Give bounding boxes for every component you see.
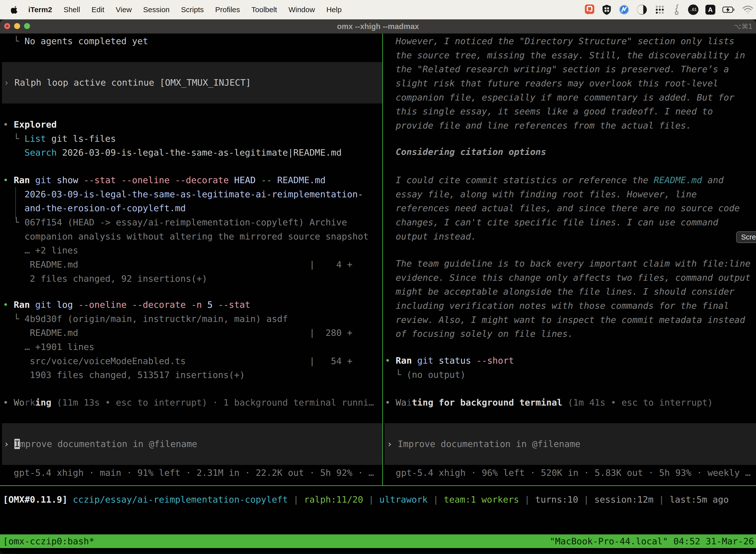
terminal-line: of focusing solely on file lines. (385, 327, 751, 341)
terminal-line: └ List git ls-files (3, 132, 341, 146)
terminal-line: the source tree, missing the essay. Stil… (385, 48, 745, 63)
hook-squiggle-icon[interactable] (672, 4, 681, 15)
terminal-line: • Waiting for background terminal (1m 41… (385, 396, 713, 410)
tmux-host-clock: "MacBook-Pro-44.local" 04:52 31-Mar-26 (550, 536, 754, 546)
menu-item-view[interactable]: View (110, 5, 137, 14)
window-shortcut-label: ⌥⌘1 (734, 19, 753, 34)
terminal-line: 2 files changed, 92 insertions(+) (3, 272, 369, 286)
terminal-line: README.md | 280 + (3, 326, 353, 340)
battery-charging-icon[interactable] (722, 6, 735, 13)
menu-item-scripts[interactable]: Scripts (175, 5, 209, 14)
git-status-section: • Ran git status --short └ (no output) (385, 354, 514, 382)
terminal-line: gpt-5.4 xhigh · 96% left · 520K in · 5.8… (385, 466, 751, 480)
screen-tooltip: Scre (736, 231, 756, 243)
terminal-line: evidence. Since this change only affects… (385, 271, 751, 285)
terminal-line: essay file, along with finding root file… (385, 187, 740, 202)
terminal-line: • Ran git status --short (385, 354, 514, 368)
terminal-line: companion file, especially if more comme… (385, 91, 745, 105)
blue-badge-icon[interactable] (619, 4, 630, 15)
terminal-line: might be acceptable alongside the file l… (385, 285, 751, 299)
menu-item-window[interactable]: Window (283, 5, 321, 14)
chat-app-icon[interactable] (584, 4, 595, 15)
ralph-loop-banner: › Ralph loop active continue [OMX_TMUX_I… (2, 62, 382, 104)
terminal-line: I could cite commit statistics or refere… (385, 173, 740, 187)
prompt-input-right[interactable]: › Improve documentation in @filename (384, 423, 756, 465)
tmux-session-name[interactable]: [omx-cczip0:bash* (3, 536, 94, 546)
shield-grid-icon[interactable] (602, 4, 612, 15)
terminal-line: • Explored (3, 118, 341, 132)
terminal-line: references need actual files, and since … (385, 201, 740, 215)
reasoning-paragraph-1: However, I noticed the "Directory Struct… (385, 34, 745, 133)
terminal-line: 2026-03-09-is-legal-the-same-as-legitima… (3, 187, 369, 202)
dots-grid-icon[interactable] (654, 4, 665, 15)
terminal-line: Considering citation options (385, 145, 546, 159)
terminal-line: the "Related research writing" section i… (385, 62, 745, 76)
omx-session-status-line: [OMX#0.11.9] cczip/essay/ai-reimplementa… (3, 493, 729, 507)
terminal-line: The team guideline is to back every impo… (385, 257, 751, 271)
menu-item-profiles[interactable]: Profiles (209, 5, 246, 14)
terminal-line: › Improve documentation in @filename (387, 437, 756, 451)
waiting-status-line: • Waiting for background terminal (1m 41… (385, 396, 713, 410)
terminal-line: this single essay, it seems like a good … (385, 105, 745, 119)
terminal-line: └ (no output) (385, 368, 514, 382)
explored-section: • Explored └ List git ls-files Search 20… (3, 118, 341, 160)
menu-bar-status-area: ..61 A (584, 0, 754, 19)
menu-item-toolbelt[interactable]: Toolbelt (246, 5, 283, 14)
reasoning-paragraph-3: The team guideline is to back every impo… (385, 257, 751, 341)
prompt-input-left[interactable]: › Improve documentation in @filename (2, 423, 382, 465)
terminal-line: However, I noticed the "Directory Struct… (385, 34, 745, 48)
menu-bar: iTerm2 Shell Edit View Session Scripts P… (0, 0, 756, 19)
terminal-line: changes, I can't cite specific file line… (385, 215, 740, 230)
terminal-line: 1903 files changed, 513517 insertions(+) (3, 368, 353, 382)
menu-item-shell[interactable]: Shell (58, 5, 86, 14)
menu-item-session[interactable]: Session (137, 5, 175, 14)
terminal-line: … +1901 lines (3, 340, 353, 354)
wifi-icon[interactable] (742, 5, 754, 14)
terminal-line: companion analysis without altering the … (3, 230, 369, 244)
window-title-bar: omx --xhigh --madmax ⌥⌘1 (0, 19, 756, 34)
git-show-section: • Ran git show --stat --oneline --decora… (3, 173, 369, 286)
tree-guide-line (15, 187, 16, 218)
reasoning-heading: Considering citation options (385, 145, 546, 159)
model-status-right: gpt-5.4 xhigh · 96% left · 520K in · 5.8… (385, 466, 751, 480)
terminal-line: └ No agents completed yet (3, 34, 148, 48)
reasoning-paragraph-2: I could cite commit statistics or refere… (385, 173, 740, 243)
terminal-line: › Improve documentation in @filename (4, 437, 382, 451)
window-title: omx --xhigh --madmax (0, 19, 756, 34)
git-log-section: • Ran git log --oneline --decorate -n 5 … (3, 298, 353, 382)
terminal-line: gpt-5.4 xhigh · main · 91% left · 2.31M … (3, 466, 374, 480)
input-source-icon[interactable]: A (705, 5, 715, 15)
terminal-line: and-the-erosion-of-copyleft.md (3, 201, 369, 215)
kaleidoscope-icon[interactable] (636, 4, 647, 15)
apple-menu-icon[interactable] (11, 5, 18, 14)
terminal-line: provide file and line references from th… (385, 119, 745, 133)
terminal-line: output instead. (385, 230, 740, 244)
iterm2-window: omx --xhigh --madmax ⌥⌘1 └ No agents com… (0, 19, 756, 554)
terminal-line: └ 4b9d30f (origin/main, instructkr/main,… (3, 312, 353, 326)
menu-item-iterm2[interactable]: iTerm2 (22, 5, 58, 14)
tmux-status-bar: [omx-cczip0:bash* "MacBook-Pro-44.local"… (0, 535, 756, 548)
terminal-line: └ 067f154 (HEAD -> essay/ai-reimplementa… (3, 215, 369, 230)
battery-percent-badge[interactable]: ..61 (688, 4, 698, 15)
terminal-line: • Working (11m 13s • esc to interrupt) ·… (3, 396, 374, 410)
agents-summary: └ No agents completed yet (3, 34, 148, 48)
terminal-line: Search 2026-03-09-is-legal-the-same-as-l… (3, 146, 341, 160)
terminal-line: README.md | 4 + (3, 258, 369, 272)
model-status-left: gpt-5.4 xhigh · main · 91% left · 2.31M … (3, 466, 374, 480)
terminal-line: [OMX#0.11.9] cczip/essay/ai-reimplementa… (3, 493, 729, 507)
pane-divider-vertical[interactable] (382, 34, 383, 485)
terminal-line: … +2 lines (3, 243, 369, 258)
terminal-line: including verification notes with those … (385, 299, 751, 313)
terminal-line: › Ralph loop active continue [OMX_TMUX_I… (4, 76, 382, 90)
pane-divider-horizontal[interactable] (0, 485, 756, 486)
terminal-line: • Ran git log --oneline --decorate -n 5 … (3, 298, 353, 312)
terminal-line: src/voice/voiceModeEnabled.ts | 54 + (3, 354, 353, 368)
working-status-line: • Working (11m 13s • esc to interrupt) ·… (3, 396, 374, 410)
terminal-line: slight risk that future readers may over… (385, 76, 745, 91)
terminal-line: • Ran git show --stat --oneline --decora… (3, 173, 369, 187)
screen-tooltip-label: Scre (741, 233, 756, 241)
menu-item-help[interactable]: Help (321, 5, 348, 14)
menu-item-edit[interactable]: Edit (86, 5, 110, 14)
terminal-line: review. Also, I might want to inspect th… (385, 313, 751, 327)
